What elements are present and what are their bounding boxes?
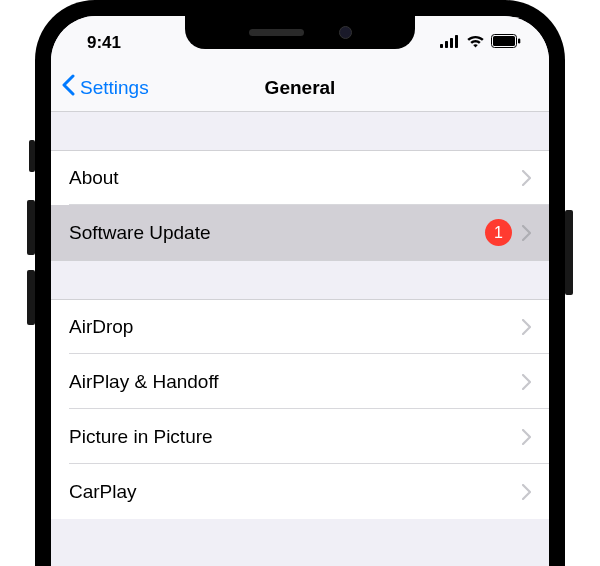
nav-bar: Settings General (51, 64, 549, 112)
back-button[interactable]: Settings (61, 74, 149, 101)
group-spacer (51, 261, 549, 299)
chevron-right-icon (522, 170, 531, 186)
row-label: About (69, 167, 522, 189)
chevron-right-icon (522, 429, 531, 445)
notification-badge: 1 (485, 219, 512, 246)
row-label: Picture in Picture (69, 426, 522, 448)
page-title: General (265, 77, 336, 99)
battery-icon (491, 34, 521, 52)
front-camera (339, 26, 352, 39)
speaker-grille (249, 29, 304, 36)
row-software-update[interactable]: Software Update 1 (51, 205, 549, 260)
notch (185, 16, 415, 49)
row-airplay-handoff[interactable]: AirPlay & Handoff (51, 354, 549, 409)
power-button[interactable] (565, 210, 573, 295)
chevron-right-icon (522, 484, 531, 500)
chevron-right-icon (522, 374, 531, 390)
row-label: Software Update (69, 222, 485, 244)
row-about[interactable]: About (51, 150, 549, 205)
svg-rect-3 (455, 35, 458, 48)
wifi-icon (466, 34, 485, 52)
row-picture-in-picture[interactable]: Picture in Picture (51, 409, 549, 464)
svg-rect-6 (518, 39, 520, 44)
svg-rect-2 (450, 38, 453, 48)
row-carplay[interactable]: CarPlay (51, 464, 549, 519)
chevron-right-icon (522, 225, 531, 241)
row-airdrop[interactable]: AirDrop (51, 299, 549, 354)
volume-down-button[interactable] (27, 270, 35, 325)
screen: 9:41 (51, 16, 549, 566)
row-label: AirDrop (69, 316, 522, 338)
cellular-icon (440, 34, 460, 52)
svg-rect-1 (445, 41, 448, 48)
status-icons (440, 34, 521, 52)
row-label: AirPlay & Handoff (69, 371, 522, 393)
phone-frame: 9:41 (35, 0, 565, 566)
content: About Software Update 1 AirDrop (51, 112, 549, 519)
volume-up-button[interactable] (27, 200, 35, 255)
group-spacer (51, 112, 549, 150)
svg-rect-5 (493, 36, 515, 46)
status-time: 9:41 (87, 33, 121, 53)
chevron-left-icon (61, 74, 76, 101)
chevron-right-icon (522, 319, 531, 335)
svg-rect-0 (440, 44, 443, 48)
back-label: Settings (80, 77, 149, 99)
row-label: CarPlay (69, 481, 522, 503)
